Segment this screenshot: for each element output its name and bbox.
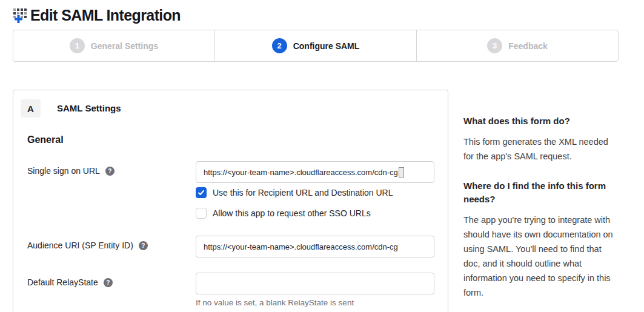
- general-group-title: General: [27, 134, 434, 145]
- default-relaystate-label: Default RelayState: [27, 277, 98, 287]
- field-label-group: Single sign on URL ?: [27, 161, 196, 176]
- help-body: This form generates the XML needed for t…: [463, 134, 616, 164]
- single-sign-on-url-label: Single sign on URL: [27, 166, 100, 176]
- relaystate-hint: If no value is set, a blank RelayState i…: [196, 298, 434, 307]
- step-number-badge: 1: [70, 38, 85, 53]
- input-value: https://<your-team-name>.cloudflareacces…: [204, 242, 398, 251]
- wizard-step-configure-saml[interactable]: 2 Configure SAML: [214, 30, 416, 61]
- help-icon[interactable]: ?: [105, 167, 115, 176]
- step-number-badge: 3: [487, 38, 502, 53]
- checkbox-row-recipient-url: Use this for Recipient URL and Destinati…: [196, 187, 434, 198]
- wizard-step-feedback[interactable]: 3 Feedback: [416, 30, 618, 61]
- step-wizard: 1 General Settings 2 Configure SAML 3 Fe…: [13, 30, 619, 62]
- checkbox-unchecked[interactable]: [196, 208, 207, 219]
- help-sidebar: What does this form do? This form genera…: [463, 90, 616, 300]
- field-label-group: Audience URI (SP Entity ID) ?: [27, 236, 196, 250]
- help-icon[interactable]: ?: [139, 241, 148, 250]
- main-content: A SAML Settings General Single sign on U…: [13, 90, 644, 312]
- field-label-group: Default RelayState ?: [27, 273, 196, 287]
- field-row-audience-uri: Audience URI (SP Entity ID) ? https://<y…: [27, 236, 434, 257]
- saml-settings-card: A SAML Settings General Single sign on U…: [13, 90, 448, 312]
- page-title: Edit SAML Integration: [30, 7, 181, 24]
- app-grid-plus-icon: [13, 7, 28, 24]
- step-label: Feedback: [508, 41, 548, 51]
- help-section-what: What does this form do? This form genera…: [463, 115, 616, 164]
- wizard-step-general-settings[interactable]: 1 General Settings: [13, 30, 214, 61]
- checkbox-label: Allow this app to request other SSO URLs: [213, 208, 371, 218]
- field-row-single-sign-on-url: Single sign on URL ? https://<your-team-…: [27, 161, 434, 219]
- help-heading: What does this form do?: [463, 115, 616, 128]
- step-label: General Settings: [91, 41, 158, 51]
- section-title: SAML Settings: [57, 103, 121, 113]
- section-a-badge: A: [21, 99, 41, 118]
- input-value: https://<your-team-name>.cloudflareacces…: [204, 168, 398, 177]
- help-section-where: Where do I find the info this form needs…: [463, 179, 616, 300]
- help-icon[interactable]: ?: [104, 278, 113, 287]
- field-control-group: https://<your-team-name>.cloudflareacces…: [196, 236, 434, 257]
- single-sign-on-url-input[interactable]: https://<your-team-name>.cloudflareacces…: [196, 161, 434, 183]
- field-control-group: If no value is set, a blank RelayState i…: [196, 273, 434, 307]
- help-heading: Where do I find the info this form needs…: [463, 179, 616, 206]
- audience-uri-label: Audience URI (SP Entity ID): [27, 241, 133, 250]
- help-body: The app you're trying to integrate with …: [463, 213, 616, 300]
- section-header: A SAML Settings: [27, 98, 434, 118]
- page-header: Edit SAML Integration: [0, 0, 644, 25]
- audience-uri-input[interactable]: https://<your-team-name>.cloudflareacces…: [196, 236, 434, 257]
- default-relaystate-input[interactable]: [196, 273, 434, 294]
- text-cursor: [399, 167, 404, 178]
- checkbox-label: Use this for Recipient URL and Destinati…: [213, 188, 393, 197]
- checkbox-row-other-sso-urls: Allow this app to request other SSO URLs: [196, 208, 434, 219]
- field-row-default-relaystate: Default RelayState ? If no value is set,…: [27, 273, 434, 307]
- edit-saml-integration-page: Edit SAML Integration 1 General Settings…: [0, 0, 644, 312]
- field-control-group: https://<your-team-name>.cloudflareacces…: [196, 161, 434, 219]
- checkbox-checked[interactable]: [196, 187, 207, 198]
- step-label: Configure SAML: [293, 41, 360, 51]
- check-icon: [198, 189, 205, 196]
- step-number-badge: 2: [272, 38, 287, 53]
